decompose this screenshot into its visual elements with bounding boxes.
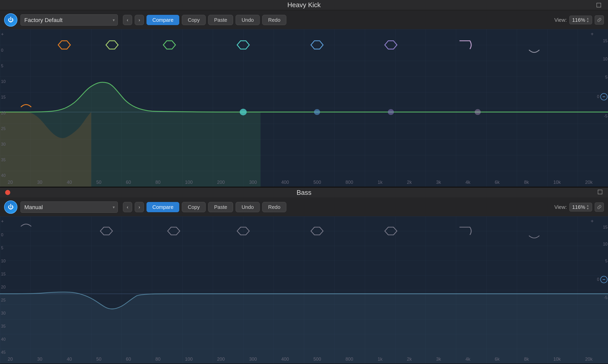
panel2-paste-btn[interactable]: Paste [208,202,233,212]
node8-dot [475,109,481,115]
panel1-undo-btn[interactable]: Undo [236,15,260,25]
panel1-plus-right: + [591,31,594,37]
node6-dot [314,109,320,115]
panel1-view-label: View: [554,17,567,23]
panel2-view-value-wrapper[interactable]: 116% ▲ ▼ [569,203,592,211]
panel2-eq-graph[interactable]: + 0 5 10 15 20 25 30 35 40 45 15 10 5 0 [0,216,608,363]
panel1-paste-btn[interactable]: Paste [208,15,233,25]
panel1-view-control: View: 116% ▲ ▼ [554,15,604,25]
panel1-copy-btn[interactable]: Copy [182,15,206,25]
panel2-db-labels-right: 15 10 5 0 -5 [595,218,607,307]
panel2-link-btn[interactable] [595,202,604,212]
title-bar-expand-btn[interactable] [595,1,603,9]
panel2-view-value: 116% [572,204,585,210]
heavy-kick-panel: ⏻ Factory Default ▾ ‹ › Compare Copy Pas… [0,10,608,187]
panel1-next-btn[interactable]: › [135,15,144,25]
panel1-freq-labels: 203040506080100 2003004005008001k 2k3k4k… [8,180,593,185]
svg-point-6 [240,109,247,115]
bass-expand-btn[interactable] [597,189,603,196]
panel1-header: ⏻ Factory Default ▾ ‹ › Compare Copy Pas… [0,10,608,29]
panel1-preset-wrapper[interactable]: Factory Default ▾ [20,14,118,26]
app-window: Heavy Kick ⏻ Factory Default ▾ [0,0,608,364]
node5 [240,109,247,115]
power-icon-2: ⏻ [8,204,14,210]
panel1-db-labels-right: 15 10 5 0 -5 [595,31,607,126]
panel2-power-btn[interactable]: ⏻ [4,200,17,214]
panel2-undo-btn[interactable]: Undo [236,202,260,212]
panel2-plus-right: + [591,218,594,224]
bass-panel-title: Bass [297,189,311,197]
panel1-view-stepper[interactable]: ▲ ▼ [586,17,589,23]
panel1-view-value: 116% [572,17,585,23]
panel2-compare-btn[interactable]: Compare [146,202,179,212]
svg-point-7 [314,109,320,115]
panel1-view-value-wrapper[interactable]: 116% ▲ ▼ [569,16,592,24]
svg-point-9 [475,109,481,115]
panel1-eq-graph[interactable]: + 0 5 10 15 20 25 30 35 40 15 10 5 0 [0,29,608,187]
panel2-copy-btn[interactable]: Copy [182,202,206,212]
panel2-preset-wrapper[interactable]: Manual ▾ [20,201,118,213]
panel2-view-stepper[interactable]: ▲ ▼ [586,204,589,210]
panel2-redo-btn[interactable]: Redo [262,202,286,212]
svg-point-8 [388,109,394,115]
panel2-db-labels-left: + 0 5 10 15 20 25 30 35 40 45 [1,218,6,355]
bass-title-bar: Bass [0,187,608,197]
panel2-view-control: View: 116% ▲ ▼ [554,202,604,212]
bass-red-dot [5,190,10,195]
panel1-compare-btn[interactable]: Compare [146,15,179,25]
panel2-preset-select[interactable]: Manual [20,201,118,213]
node7-dot [388,109,394,115]
title-bar: Heavy Kick [0,0,608,10]
panel1-toolbar: ‹ › Compare Copy Paste Undo Redo [123,15,286,25]
svg-rect-10 [598,190,602,194]
panel1-preset-select[interactable]: Factory Default [20,14,118,26]
panel1-db-labels-left: + 0 5 10 15 20 25 30 35 40 [1,31,6,178]
panel1-redo-btn[interactable]: Redo [262,15,286,25]
app-title: Heavy Kick [287,1,321,9]
panel1-eq-svg [0,29,608,187]
panel1-power-btn[interactable]: ⏻ [4,13,17,27]
panel2-freq-labels: 203040506080100 2003004005008001k 2k3k4k… [8,357,593,362]
power-icon: ⏻ [8,17,14,23]
panel2-eq-svg [0,216,608,363]
panel2-view-label: View: [554,204,567,210]
svg-rect-0 [597,3,601,7]
panel2-header: ⏻ Manual ▾ ‹ › Compare Copy Paste Undo R… [0,197,608,216]
bass-panel: Bass ⏻ Manual ▾ [0,187,608,364]
panel2-next-btn[interactable]: › [135,202,144,212]
panel1-link-btn[interactable] [595,15,604,25]
panel2-prev-btn[interactable]: ‹ [123,202,132,212]
panel1-prev-btn[interactable]: ‹ [123,15,132,25]
panel2-toolbar: ‹ › Compare Copy Paste Undo Redo [123,202,286,212]
